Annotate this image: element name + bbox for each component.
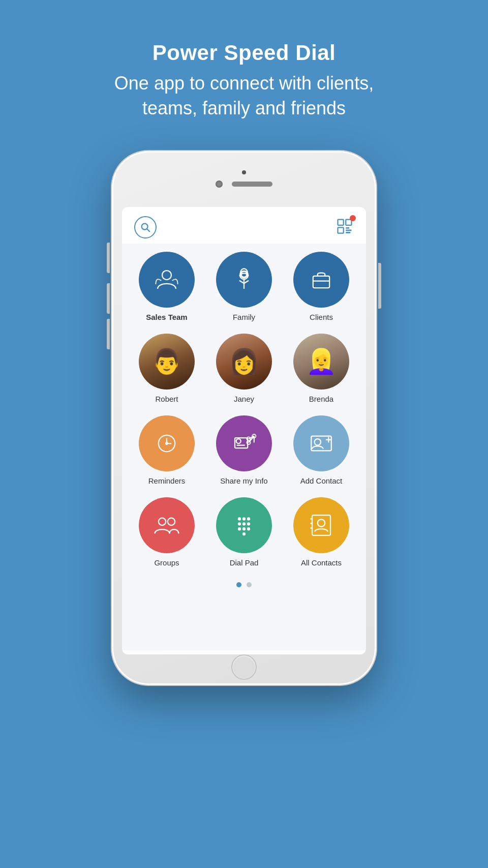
share-my-info-label: Share my Info xyxy=(220,476,267,485)
family-label: Family xyxy=(233,313,255,321)
app-subtitle: One app to connect with clients,teams, f… xyxy=(0,71,488,121)
janey-label: Janey xyxy=(234,395,254,403)
svg-point-36 xyxy=(247,517,250,520)
clients-label: Clients xyxy=(310,313,333,321)
svg-point-38 xyxy=(242,522,246,525)
grid-item-clients[interactable]: Clients xyxy=(287,252,356,321)
grid-item-robert[interactable]: 👨 Robert xyxy=(132,334,201,403)
phone-wrapper: Sales Team xyxy=(0,151,488,685)
grid-item-dial-pad[interactable]: Dial Pad xyxy=(209,497,279,567)
grid-item-all-contacts[interactable]: All Contacts xyxy=(287,497,356,567)
grid-item-add-contact[interactable]: Add Contact xyxy=(287,415,356,485)
robert-label: Robert xyxy=(155,395,178,403)
notification-badge xyxy=(350,215,356,221)
phone-screen: Sales Team xyxy=(122,207,366,654)
svg-line-1 xyxy=(147,229,149,231)
svg-point-43 xyxy=(242,532,246,535)
phone-device: Sales Team xyxy=(112,151,376,685)
phone-bottom xyxy=(122,654,366,680)
svg-point-8 xyxy=(162,271,171,280)
svg-point-21 xyxy=(166,442,168,444)
svg-point-39 xyxy=(247,522,250,525)
svg-point-35 xyxy=(242,517,246,520)
svg-rect-44 xyxy=(312,515,330,535)
svg-rect-16 xyxy=(313,276,329,288)
svg-point-41 xyxy=(242,527,246,530)
brenda-label: Brenda xyxy=(309,395,333,403)
grid-item-share-my-info[interactable]: Share my Info xyxy=(209,415,279,485)
dial-pad-label: Dial Pad xyxy=(230,558,259,567)
svg-point-29 xyxy=(315,439,321,445)
groups-label: Groups xyxy=(154,558,179,567)
home-button[interactable] xyxy=(231,654,257,680)
svg-point-37 xyxy=(238,522,241,525)
app-title: Power Speed Dial xyxy=(0,41,488,65)
reminders-label: Reminders xyxy=(148,476,186,485)
page-dot-1[interactable] xyxy=(236,582,241,587)
pagination xyxy=(132,577,356,590)
svg-point-32 xyxy=(159,518,166,525)
svg-point-33 xyxy=(168,518,175,525)
screen-bottom-bar xyxy=(122,650,366,654)
phone-speaker xyxy=(232,182,272,187)
svg-point-40 xyxy=(238,527,241,530)
all-contacts-label: All Contacts xyxy=(301,558,342,567)
phone-top xyxy=(122,161,366,207)
header-section: Power Speed Dial One app to connect with… xyxy=(0,0,488,141)
grid-item-groups[interactable]: Groups xyxy=(132,497,201,567)
notifications-button[interactable] xyxy=(336,217,354,237)
screen-topbar xyxy=(122,207,366,244)
grid-item-family[interactable]: Family xyxy=(209,252,279,321)
svg-line-11 xyxy=(239,281,244,283)
grid-item-brenda[interactable]: 👱‍♀️ Brenda xyxy=(287,334,356,403)
grid-item-sales-team[interactable]: Sales Team xyxy=(132,252,201,321)
svg-line-12 xyxy=(244,281,249,283)
page-dot-2[interactable] xyxy=(247,582,252,587)
screen-content: Sales Team xyxy=(122,244,366,650)
grid-item-janey[interactable]: 👩 Janey xyxy=(209,334,279,403)
svg-point-34 xyxy=(238,517,241,520)
add-contact-label: Add Contact xyxy=(300,476,343,485)
svg-point-48 xyxy=(318,519,325,526)
svg-point-42 xyxy=(247,527,250,530)
search-button[interactable] xyxy=(134,216,157,238)
svg-point-23 xyxy=(236,439,241,443)
svg-rect-2 xyxy=(338,220,344,225)
svg-rect-4 xyxy=(338,227,344,233)
grid-item-reminders[interactable]: Reminders xyxy=(132,415,201,485)
phone-camera xyxy=(216,181,223,188)
app-grid: Sales Team xyxy=(132,252,356,567)
sales-team-label: Sales Team xyxy=(146,313,187,321)
phone-dot xyxy=(242,170,246,174)
